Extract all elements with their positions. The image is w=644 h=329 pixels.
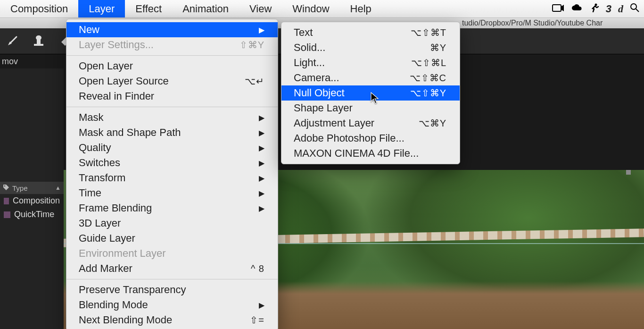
row-color-swatch bbox=[4, 211, 10, 218]
tray-cloud-icon[interactable] bbox=[571, 3, 583, 15]
submenu-arrow-icon: ▶ bbox=[259, 25, 264, 34]
menu-item-layer-settings: Layer Settings... ⇧⌘Y bbox=[66, 37, 278, 52]
sort-asc-icon: ▲ bbox=[55, 185, 61, 191]
menu-separator bbox=[66, 107, 278, 107]
project-panel: Type ▲ Composition QuickTime bbox=[0, 68, 64, 329]
titlebar-path: tudio/Dropbox/Pro/M Studio/Youtube Char bbox=[462, 19, 603, 27]
menu-help[interactable]: Help bbox=[340, 0, 382, 17]
tray-glyph-3[interactable]: 3 bbox=[606, 3, 611, 15]
submenu-arrow-icon: ▶ bbox=[259, 189, 264, 198]
svg-point-8 bbox=[4, 185, 6, 186]
tray-glyph-d[interactable]: d bbox=[618, 3, 623, 15]
menu-item-next-blending-mode[interactable]: Next Blending Mode ⇧= bbox=[66, 312, 278, 328]
menu-item-switches[interactable]: Switches▶ bbox=[66, 155, 278, 170]
menu-item-mask-shape-path[interactable]: Mask and Shape Path▶ bbox=[66, 125, 278, 140]
submenu-item-shape-layer[interactable]: Shape Layer bbox=[281, 101, 460, 116]
submenu-arrow-icon: ▶ bbox=[259, 143, 264, 152]
menu-item-quality[interactable]: Quality▶ bbox=[66, 140, 278, 155]
menu-item-guide-layer[interactable]: Guide Layer bbox=[66, 231, 278, 246]
submenu-item-c4d-file[interactable]: MAXON CINEMA 4D File... bbox=[281, 146, 460, 161]
menubar-tray: 3 d bbox=[552, 3, 644, 15]
menu-item-reveal-in-finder[interactable]: Reveal in Finder bbox=[66, 89, 278, 104]
mac-menubar: Composition Layer Effect Animation View … bbox=[0, 0, 644, 18]
submenu-item-camera[interactable]: Camera...⌥⇧⌘C bbox=[281, 70, 460, 85]
menu-item-preserve-transparency[interactable]: Preserve Transparency bbox=[66, 282, 278, 297]
menu-separator bbox=[66, 279, 278, 279]
submenu-arrow-icon: ▶ bbox=[259, 174, 264, 183]
stamp-icon[interactable] bbox=[32, 34, 45, 48]
submenu-item-null-object[interactable]: Null Object⌥⇧⌘Y bbox=[281, 85, 460, 101]
menu-animation[interactable]: Animation bbox=[172, 0, 239, 17]
menu-separator bbox=[66, 55, 278, 56]
menu-item-time[interactable]: Time▶ bbox=[66, 186, 278, 201]
menu-composition[interactable]: Composition bbox=[0, 0, 78, 17]
menu-item-blending-mode[interactable]: Blending Mode▶ bbox=[66, 297, 278, 312]
submenu-arrow-icon: ▶ bbox=[259, 301, 264, 310]
tag-icon bbox=[3, 184, 9, 192]
svg-point-7 bbox=[36, 35, 41, 40]
row-color-swatch bbox=[4, 198, 9, 204]
submenu-item-adjustment-layer[interactable]: Adjustment Layer⌥⌘Y bbox=[281, 116, 460, 131]
svg-rect-5 bbox=[34, 44, 43, 46]
menu-item-mask[interactable]: Mask▶ bbox=[66, 110, 278, 125]
submenu-arrow-icon: ▶ bbox=[259, 128, 264, 137]
svg-line-4 bbox=[11, 37, 17, 42]
menu-window[interactable]: Window bbox=[282, 0, 339, 17]
tray-camera-icon[interactable] bbox=[552, 3, 564, 15]
project-row-composition[interactable]: Composition bbox=[0, 194, 64, 208]
submenu-arrow-icon: ▶ bbox=[259, 113, 264, 122]
menu-item-open-layer[interactable]: Open Layer bbox=[66, 59, 278, 74]
menu-item-environment-layer: Environment Layer bbox=[66, 246, 278, 261]
menu-effect[interactable]: Effect bbox=[125, 0, 172, 17]
svg-rect-0 bbox=[553, 5, 561, 11]
submenu-item-photoshop-file[interactable]: Adobe Photoshop File... bbox=[281, 131, 460, 146]
submenu-item-solid[interactable]: Solid...⌘Y bbox=[281, 40, 460, 55]
menu-item-new[interactable]: New ▶ bbox=[66, 22, 278, 37]
project-row-quicktime[interactable]: QuickTime bbox=[0, 208, 64, 221]
submenu-item-light[interactable]: Light...⌥⇧⌘L bbox=[281, 55, 460, 70]
menu-item-add-marker[interactable]: Add Marker ^ 8 bbox=[66, 261, 278, 276]
new-submenu: Text⌥⇧⌘T Solid...⌘Y Light...⌥⇧⌘L Camera.… bbox=[281, 22, 460, 164]
brush-icon[interactable] bbox=[6, 34, 19, 48]
svg-point-2 bbox=[631, 4, 636, 9]
viewer-resize-handle[interactable] bbox=[626, 170, 631, 175]
submenu-item-text[interactable]: Text⌥⇧⌘T bbox=[281, 25, 460, 40]
menu-item-transform[interactable]: Transform▶ bbox=[66, 170, 278, 186]
menu-item-open-layer-source[interactable]: Open Layer Source ⌥↵ bbox=[66, 74, 278, 89]
menu-item-3d-layer[interactable]: 3D Layer bbox=[66, 216, 278, 231]
project-row-label: Composition bbox=[13, 196, 60, 206]
tray-runner-icon[interactable] bbox=[590, 3, 599, 15]
project-column-header[interactable]: Type ▲ bbox=[0, 182, 64, 194]
project-row-label: QuickTime bbox=[14, 210, 54, 219]
tray-search-icon[interactable] bbox=[630, 3, 639, 15]
project-col-type: Type bbox=[12, 184, 28, 192]
submenu-arrow-icon: ▶ bbox=[259, 204, 264, 213]
menu-layer[interactable]: Layer bbox=[78, 0, 125, 17]
layer-dropdown: New ▶ Layer Settings... ⇧⌘Y Open Layer O… bbox=[66, 19, 278, 329]
menu-item-frame-blending[interactable]: Frame Blending▶ bbox=[66, 201, 278, 216]
svg-line-3 bbox=[636, 9, 639, 12]
submenu-arrow-icon: ▶ bbox=[259, 159, 264, 168]
project-tab-label: mov bbox=[2, 57, 18, 67]
svg-point-1 bbox=[594, 3, 597, 6]
menu-view[interactable]: View bbox=[239, 0, 282, 17]
